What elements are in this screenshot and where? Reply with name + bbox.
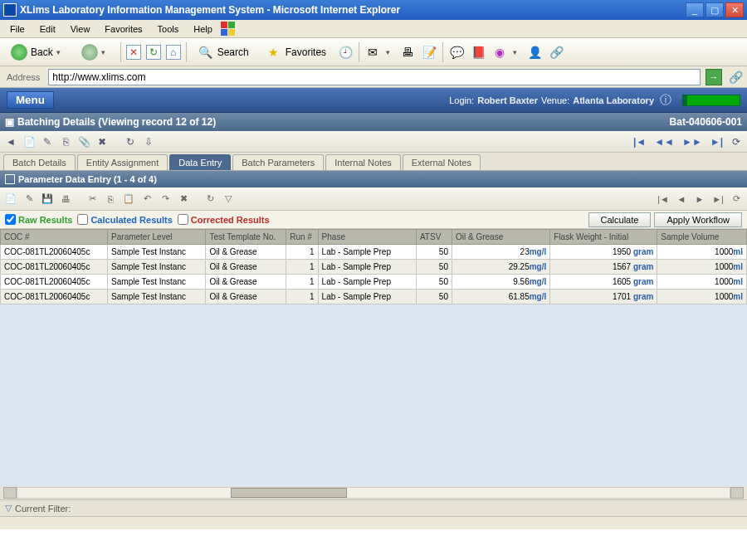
grid-print-icon[interactable]: 🖶 [58,192,73,207]
grid-refresh-icon[interactable]: ↻ [203,192,217,207]
cell-oil-grease[interactable]: 29.25mg/l [452,260,549,275]
copy-icon[interactable]: ⎘ [58,134,73,149]
cell-coc[interactable]: COC-081TL20060405c [1,245,108,260]
cell-test-template[interactable]: Oil & Grease [206,245,286,260]
first-record-button[interactable]: |◄ [631,136,648,148]
cell-coc[interactable]: COC-081TL20060405c [1,260,108,275]
cell-flask-weight[interactable]: 1701 gram [550,290,657,304]
research-icon[interactable]: 📕 [470,44,486,61]
cell-sample-volume[interactable]: 1000ml [657,290,747,304]
menu-help[interactable]: Help [187,22,219,36]
cell-run[interactable]: 1 [286,245,318,260]
mail-icon[interactable]: ✉ [364,44,381,61]
horizontal-scrollbar[interactable] [0,486,747,499]
col-oil-grease[interactable]: Oil & Grease [452,230,549,245]
grid-cut-icon[interactable]: ✂ [85,192,100,207]
search-button[interactable]: 🔍Search [192,41,255,63]
tab-entity-assignment[interactable]: Entity Assignment [77,154,168,170]
scroll-left-button[interactable] [3,487,17,499]
attach-icon[interactable]: 📎 [76,134,91,149]
cell-run[interactable]: 1 [286,275,318,290]
grid-reload-icon[interactable]: ⟳ [729,192,744,207]
menu-tools[interactable]: Tools [151,22,186,36]
cell-phase[interactable]: Lab - Sample Prep [318,275,416,290]
yahoo-icon[interactable]: ◉ [491,44,508,61]
scroll-track[interactable] [17,487,730,499]
cell-parameter-level[interactable]: Sample Test Instanc [108,275,206,290]
print-icon[interactable]: 🖶 [399,44,416,61]
col-flask-weight[interactable]: Flask Weight - Initial [550,230,657,245]
links-dropdown-icon[interactable]: 🔗 [727,69,744,85]
export-icon[interactable]: ⇩ [141,134,156,149]
cell-oil-grease[interactable]: 9.56mg/l [452,275,549,290]
menu-edit[interactable]: Edit [33,22,62,36]
cell-oil-grease[interactable]: 23mg/l [452,245,549,260]
messenger-icon[interactable]: 👤 [526,44,543,61]
col-sample-volume[interactable]: Sample Volume [657,230,747,245]
col-coc[interactable]: COC # [1,230,108,245]
tab-data-entry[interactable]: Data Entry [169,154,231,170]
back-nav-icon[interactable]: ◄ [3,134,18,149]
cell-parameter-level[interactable]: Sample Test Instanc [108,245,206,260]
col-atsv[interactable]: ATSV [416,230,452,245]
cell-atsv[interactable]: 50 [416,260,452,275]
tab-batch-details[interactable]: Batch Details [3,154,76,170]
forward-button[interactable]: ▾ [76,41,115,63]
go-button[interactable]: → [706,69,722,85]
grid-first-icon[interactable]: |◄ [656,192,671,207]
favorites-button[interactable]: ★Favorites [260,41,332,63]
table-row[interactable]: COC-081TL20060405cSample Test InstancOil… [1,275,747,290]
cell-sample-volume[interactable]: 1000ml [657,260,747,275]
history-icon[interactable]: 🕘 [337,44,354,61]
cell-sample-volume[interactable]: 1000ml [657,275,747,290]
grid-prev-icon[interactable]: ◄ [674,192,689,207]
cell-run[interactable]: 1 [286,260,318,275]
apply-workflow-button[interactable]: Apply Workflow [654,212,742,227]
table-row[interactable]: COC-081TL20060405cSample Test InstancOil… [1,260,747,275]
cell-test-template[interactable]: Oil & Grease [206,275,286,290]
edit-icon[interactable]: 📝 [421,44,437,61]
calculate-button[interactable]: Calculate [588,212,652,227]
corrected-results-checkbox[interactable]: Corrected Results [178,214,270,225]
table-row[interactable]: COC-081TL20060405cSample Test InstancOil… [1,290,747,304]
home-icon[interactable]: ⌂ [166,45,181,60]
menu-favorites[interactable]: Favorites [98,22,149,36]
scroll-thumb[interactable] [231,488,347,498]
grid-next-icon[interactable]: ► [692,192,707,207]
cell-sample-volume[interactable]: 1000ml [657,245,747,260]
menu-view[interactable]: View [64,22,97,36]
grid-new-icon[interactable]: 📄 [3,192,18,207]
cell-flask-weight[interactable]: 1567 gram [550,260,657,275]
close-button[interactable]: ✕ [725,2,744,17]
col-test-template[interactable]: Test Template No. [206,230,286,245]
cell-test-template[interactable]: Oil & Grease [206,290,286,304]
tab-batch-parameters[interactable]: Batch Parameters [232,154,324,170]
cell-parameter-level[interactable]: Sample Test Instanc [108,290,206,304]
scroll-right-button[interactable] [730,487,744,499]
cell-atsv[interactable]: 50 [416,290,452,304]
links-icon[interactable]: 🔗 [548,44,564,61]
venue-info-icon[interactable]: ⓘ [657,92,674,109]
table-row[interactable]: COC-081TL20060405cSample Test InstancOil… [1,245,747,260]
delete-icon[interactable]: ✖ [95,134,110,149]
cell-phase[interactable]: Lab - Sample Prep [318,260,416,275]
maximize-button[interactable]: ▢ [706,2,724,17]
grid-copy-icon[interactable]: ⎘ [103,192,118,207]
grid-delete-icon[interactable]: ✖ [176,192,191,207]
refresh-section-icon[interactable]: ↻ [123,134,138,149]
reload-icon[interactable]: ⟳ [729,134,744,149]
edit-record-icon[interactable]: ✎ [40,134,55,149]
cell-oil-grease[interactable]: 61.85mg/l [452,290,549,304]
stop-icon[interactable]: ✕ [126,45,141,60]
prev-record-button[interactable]: ◄◄ [652,136,676,148]
menu-file[interactable]: File [3,22,32,36]
cell-parameter-level[interactable]: Sample Test Instanc [108,260,206,275]
raw-results-checkbox[interactable]: Raw Results [5,214,72,225]
tab-external-notes[interactable]: External Notes [403,154,481,170]
tab-internal-notes[interactable]: Internal Notes [325,154,400,170]
grid-last-icon[interactable]: ►| [710,192,725,207]
subsection-collapse-icon[interactable] [5,174,15,184]
last-record-button[interactable]: ►| [708,136,725,148]
grid-undo-icon[interactable]: ↶ [139,192,154,207]
grid-filter-icon[interactable]: ▽ [221,192,236,207]
